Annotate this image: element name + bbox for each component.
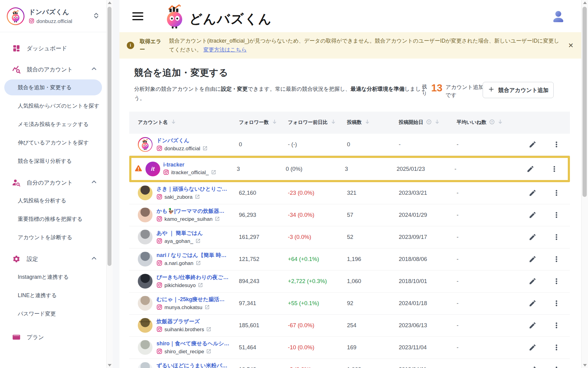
account-name-link[interactable]: ずるいほどにうまい米粉パ… <box>156 362 228 368</box>
account-name-link[interactable]: むにゃ｜-25kg痩せた腸活… <box>156 296 224 303</box>
row-menu-button[interactable] <box>551 188 562 198</box>
sidebar-item-14[interactable]: パスワード変更 <box>0 305 106 323</box>
account-name-link[interactable]: ドンバズくん <box>156 137 208 144</box>
scroll-up-button[interactable] <box>582 0 588 6</box>
account-handle[interactable]: saki_zubora <box>164 194 193 200</box>
scroll-down-button[interactable] <box>107 362 113 368</box>
sidebar-scroll-thumb[interactable] <box>107 7 111 266</box>
row-menu-button[interactable] <box>551 320 562 331</box>
account-handle[interactable]: pikichidesuyo <box>164 282 196 289</box>
banner-close-button[interactable]: × <box>568 41 573 50</box>
row-menu-button[interactable] <box>551 276 562 286</box>
sort-descending-icon[interactable] <box>498 119 503 126</box>
sidebar-item-2-active[interactable]: 競合を追加・変更する <box>4 79 102 95</box>
sidebar-item-12[interactable]: Instagramと連携する <box>0 268 106 286</box>
account-name-link[interactable]: ぴーきち/仕事終わりの夜ご… <box>156 274 228 281</box>
sidebar-scrollbar[interactable] <box>106 0 113 368</box>
row-menu-button[interactable] <box>551 210 562 220</box>
help-icon[interactable]: ? <box>489 119 495 126</box>
sidebar-item-15[interactable]: プラン <box>0 328 106 346</box>
external-link-icon[interactable] <box>211 170 216 176</box>
edit-button[interactable] <box>527 210 538 220</box>
edit-button[interactable] <box>527 139 538 150</box>
sort-descending-icon[interactable] <box>171 119 176 126</box>
account-handle[interactable]: shiro_diet_recipe <box>164 349 204 355</box>
sidebar-item-label: プラン <box>27 333 44 341</box>
account-handle[interactable]: kamo_recipe_suihan <box>164 216 213 222</box>
sidebar-item-6[interactable]: 競合を深堀り分析する <box>0 152 106 170</box>
edit-button[interactable] <box>527 254 538 264</box>
sidebar-item-11[interactable]: 設定 <box>0 250 106 268</box>
external-link-icon[interactable] <box>195 238 201 245</box>
sort-descending-icon[interactable] <box>272 119 277 126</box>
account-handle[interactable]: a.nari.gohan <box>164 260 194 266</box>
external-link-icon[interactable] <box>198 282 203 289</box>
sidebar-item-3[interactable]: 人気投稿からバズのヒントを探す <box>0 97 106 115</box>
external-link-icon[interactable] <box>206 349 211 355</box>
account-handle[interactable]: aya_gohan_ <box>164 238 193 244</box>
account-name-link[interactable]: nari / なりごはん【簡単 時… <box>156 251 227 259</box>
edit-button[interactable] <box>527 298 538 309</box>
account-handle[interactable]: donbuzz.official <box>164 146 200 152</box>
sidebar-item-1[interactable]: 競合のアカウント <box>0 61 106 78</box>
external-link-icon[interactable] <box>215 216 220 223</box>
row-menu-button[interactable] <box>551 254 562 264</box>
edit-button[interactable] <box>527 276 538 286</box>
account-name-link[interactable]: かも🦆|ワーママの炊飯器… <box>156 207 224 215</box>
edit-button[interactable] <box>527 188 538 198</box>
row-menu-button[interactable] <box>551 342 562 353</box>
sidebar-item-8[interactable]: 人気投稿を分析する <box>0 191 106 210</box>
sidebar-item-13[interactable]: LINEと連携する <box>0 286 106 305</box>
sort-descending-icon[interactable] <box>331 119 336 126</box>
main-scrollbar[interactable] <box>581 0 588 368</box>
scroll-down-button[interactable] <box>582 362 588 368</box>
account-name-link[interactable]: さき｜頑張らないひとりご… <box>156 185 227 193</box>
account-handle[interactable]: munya.chokatsu <box>164 305 202 311</box>
account-name-link[interactable]: 炊飯器ブラザーズ <box>156 318 211 325</box>
account-name-link[interactable]: i-tracker <box>163 162 216 168</box>
edit-button[interactable] <box>525 164 536 174</box>
add-competitor-button[interactable]: 競合アカウント追加 <box>483 82 554 98</box>
hamburger-menu-icon[interactable] <box>132 12 143 20</box>
account-handle[interactable]: itracker_official_ <box>171 170 209 176</box>
follower-count: 96,293 <box>239 212 288 218</box>
external-link-icon[interactable] <box>205 305 210 311</box>
sidebar-item-9[interactable]: 重要指標の推移を把握する <box>0 210 106 228</box>
row-menu-button[interactable] <box>551 298 562 309</box>
external-link-icon[interactable] <box>196 260 201 267</box>
external-link-icon[interactable] <box>206 327 211 333</box>
main-scroll-thumb[interactable] <box>582 7 587 197</box>
sidebar-item-4[interactable]: メモ済み投稿をチェックする <box>0 115 106 133</box>
row-menu-button[interactable] <box>551 139 562 150</box>
edit-button[interactable] <box>527 232 538 242</box>
scroll-up-button[interactable] <box>107 0 113 6</box>
banner-link[interactable]: 変更方法はこちら <box>203 47 247 53</box>
sidebar-item-5[interactable]: 伸びているアカウントを探す <box>0 133 106 152</box>
sidebar-item-10[interactable]: アカウントを診断する <box>0 228 106 247</box>
external-link-icon[interactable] <box>202 146 208 152</box>
sort-descending-icon[interactable] <box>365 119 370 126</box>
row-menu-button[interactable] <box>551 364 562 368</box>
row-menu-button[interactable] <box>549 164 560 174</box>
avg-likes: - <box>454 166 518 172</box>
workspace-switcher[interactable]: ドンバズくん donbuzz.official <box>0 0 106 32</box>
edit-button[interactable] <box>527 320 538 331</box>
app-logo[interactable]: どんバズくん <box>162 4 272 29</box>
user-avatar-icon[interactable] <box>551 9 565 23</box>
chevron-up-icon[interactable] <box>91 179 97 186</box>
chevron-up-icon[interactable] <box>91 66 97 73</box>
account-name-link[interactable]: shiro｜食べて痩せるヘルシ… <box>156 340 229 347</box>
chevron-up-icon[interactable] <box>91 255 97 263</box>
account-handle[interactable]: suihanki.brothers <box>164 327 204 333</box>
sidebar-item-0[interactable]: ダッシュボード <box>0 40 106 57</box>
row-menu-button[interactable] <box>551 232 562 242</box>
edit-button[interactable] <box>527 364 538 368</box>
edit-button[interactable] <box>527 342 538 353</box>
sort-descending-icon[interactable] <box>435 119 440 126</box>
post-count: 92 <box>347 300 399 307</box>
help-icon[interactable]: ? <box>426 119 432 126</box>
account-name-link[interactable]: あや ｜ 簡単ごはん <box>156 229 203 237</box>
external-link-icon[interactable] <box>195 194 200 201</box>
unfold-icon[interactable] <box>93 12 100 20</box>
sidebar-item-7[interactable]: 自分のアカウント <box>0 174 106 191</box>
